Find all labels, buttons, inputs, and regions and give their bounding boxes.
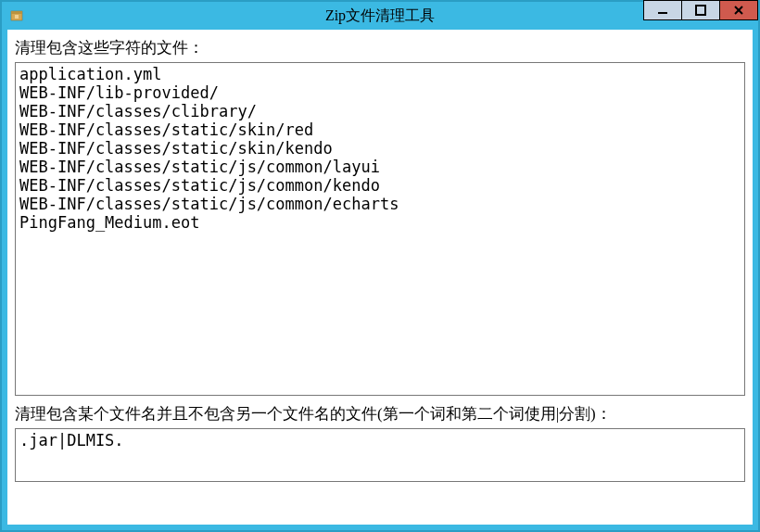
svg-rect-4 [696, 6, 705, 15]
svg-rect-1 [11, 11, 22, 14]
app-icon [9, 8, 24, 23]
window-title: Zip文件清理工具 [325, 6, 435, 26]
pairs-textarea[interactable] [15, 428, 745, 482]
window-frame: Zip文件清理工具 清理包含这些字符的文件： 清理包含某个文件名并且不包含另一个… [0, 0, 760, 532]
client-area: 清理包含这些字符的文件： 清理包含某个文件名并且不包含另一个文件名的文件(第一个… [7, 30, 753, 525]
minimize-button[interactable] [643, 0, 682, 20]
pairs-label: 清理包含某个文件名并且不包含另一个文件名的文件(第一个词和第二个词使用|分割)： [15, 403, 753, 424]
patterns-textarea[interactable] [15, 62, 745, 396]
svg-rect-2 [15, 15, 19, 19]
close-button[interactable] [719, 0, 758, 20]
maximize-button[interactable] [681, 0, 720, 20]
title-bar: Zip文件清理工具 [2, 2, 758, 30]
svg-rect-3 [658, 12, 667, 14]
patterns-label: 清理包含这些字符的文件： [15, 37, 753, 58]
window-controls [643, 0, 758, 22]
